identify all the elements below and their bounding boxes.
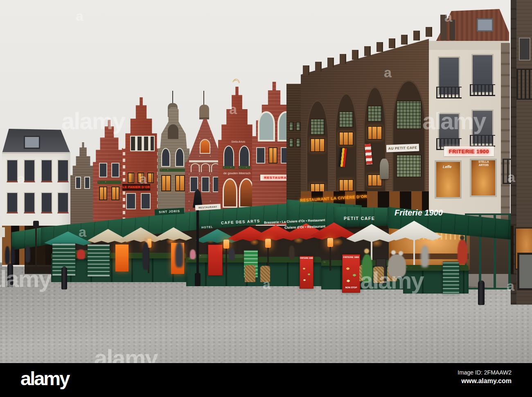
window bbox=[175, 148, 184, 167]
friterie-1900-sign: FRITERIE 1900 bbox=[444, 146, 494, 156]
menu-board-red bbox=[208, 244, 223, 276]
alamy-logo: alamy bbox=[20, 369, 69, 388]
statue-niche bbox=[380, 159, 389, 179]
de-gouden-meersch: de gouden Meersch bbox=[223, 172, 251, 175]
balconette bbox=[436, 87, 462, 99]
lit-window bbox=[367, 126, 382, 140]
window bbox=[75, 177, 81, 189]
alamy-url: www.alamy.com bbox=[461, 378, 512, 384]
window bbox=[99, 163, 107, 177]
lamppost-small bbox=[35, 226, 37, 267]
shop-arch-window bbox=[223, 178, 237, 208]
merlon bbox=[327, 58, 334, 67]
terrace-heater bbox=[223, 240, 229, 249]
heater-pole bbox=[329, 247, 331, 271]
lamppost-main bbox=[196, 206, 199, 284]
person-seated bbox=[289, 245, 295, 259]
window bbox=[239, 146, 250, 168]
balconette bbox=[470, 135, 495, 147]
window bbox=[24, 159, 35, 182]
quoin-pilaster bbox=[501, 43, 510, 229]
stella-artois-window-sign: STELLA ARTOIS bbox=[476, 160, 492, 167]
lit-window bbox=[128, 173, 134, 183]
stella-artois-painted: Stella Artois bbox=[228, 141, 249, 144]
cornice bbox=[429, 41, 509, 51]
window bbox=[57, 192, 69, 213]
merlon bbox=[426, 27, 432, 37]
umbrella-pole bbox=[413, 240, 415, 267]
petit-cafe-awning-label: PETIT CAFE bbox=[344, 216, 375, 221]
window bbox=[190, 177, 198, 192]
lit-window bbox=[147, 173, 154, 183]
flower-box bbox=[97, 181, 121, 184]
window bbox=[256, 147, 265, 164]
balcony bbox=[516, 69, 532, 100]
merlon bbox=[389, 38, 395, 48]
lit-window bbox=[268, 147, 277, 164]
window bbox=[223, 146, 234, 168]
spire-pole bbox=[172, 91, 173, 105]
bollard bbox=[61, 267, 67, 289]
shop-arch-window bbox=[239, 178, 254, 208]
flower-box bbox=[238, 166, 250, 169]
leffe-window-sign: Leffe bbox=[443, 165, 451, 169]
friterie-menu-board: FRITERIE 1900 bbox=[300, 256, 313, 289]
friterie-menu-board: FRITERIE 1900 NON STOP bbox=[342, 254, 360, 293]
arch-band bbox=[189, 160, 221, 162]
friterie-menu-header: FRITERIE 1900 bbox=[343, 256, 360, 259]
gable-lit-window bbox=[200, 139, 210, 154]
bell-tower bbox=[199, 105, 209, 119]
roof-skylight bbox=[477, 18, 493, 31]
window bbox=[84, 177, 90, 189]
window bbox=[201, 177, 210, 192]
merlon bbox=[340, 54, 346, 64]
person-head bbox=[391, 250, 396, 255]
arched-window bbox=[258, 111, 275, 141]
arch-ornament bbox=[191, 163, 200, 172]
friterie-menu-header: FRITERIE 1900 bbox=[300, 258, 313, 260]
chimney bbox=[440, 15, 447, 40]
lit-window bbox=[99, 186, 107, 200]
person-head bbox=[460, 236, 464, 240]
menu-board-orange bbox=[115, 244, 128, 271]
lit-window bbox=[175, 175, 185, 191]
wicker-chair bbox=[373, 267, 384, 283]
wicker-chair bbox=[260, 266, 270, 282]
person bbox=[25, 245, 30, 262]
person-seated bbox=[228, 248, 235, 260]
sint-joris-label: SINT JORIS bbox=[159, 209, 180, 213]
leaded-window bbox=[396, 101, 422, 129]
person bbox=[5, 246, 10, 264]
heater-pole bbox=[225, 249, 227, 272]
bollard bbox=[478, 280, 485, 305]
merlon bbox=[303, 65, 309, 75]
terrace-heater bbox=[265, 239, 271, 248]
au-petit-cafe-sign: AU PETIT CAFE bbox=[386, 144, 419, 153]
leaded-window bbox=[296, 138, 301, 147]
person-head bbox=[364, 249, 369, 253]
gable-window-strip bbox=[130, 136, 155, 151]
window bbox=[141, 193, 151, 209]
wicker-chair bbox=[245, 265, 255, 282]
window bbox=[41, 159, 52, 182]
window bbox=[519, 38, 530, 61]
person-head bbox=[399, 251, 403, 256]
leaded-window bbox=[339, 111, 354, 128]
lit-window bbox=[310, 138, 325, 152]
person-seated bbox=[77, 249, 85, 259]
leaded-window bbox=[310, 119, 325, 135]
window bbox=[111, 163, 119, 177]
crescent-ornament: ☾ bbox=[230, 77, 241, 87]
leaded-window bbox=[289, 122, 294, 131]
shop-sign bbox=[0, 227, 5, 237]
framed-picture bbox=[517, 253, 532, 290]
au-petit-cafe-label: AU PETIT CAFE bbox=[388, 146, 417, 150]
merlon bbox=[364, 46, 371, 56]
hotel-awning-label: HOTEL bbox=[201, 225, 213, 229]
person-blurred bbox=[421, 245, 429, 267]
person-head bbox=[144, 238, 148, 242]
arch-ornament bbox=[201, 163, 210, 172]
window bbox=[7, 159, 18, 182]
lit-window bbox=[138, 173, 144, 183]
flower-box bbox=[160, 168, 186, 172]
